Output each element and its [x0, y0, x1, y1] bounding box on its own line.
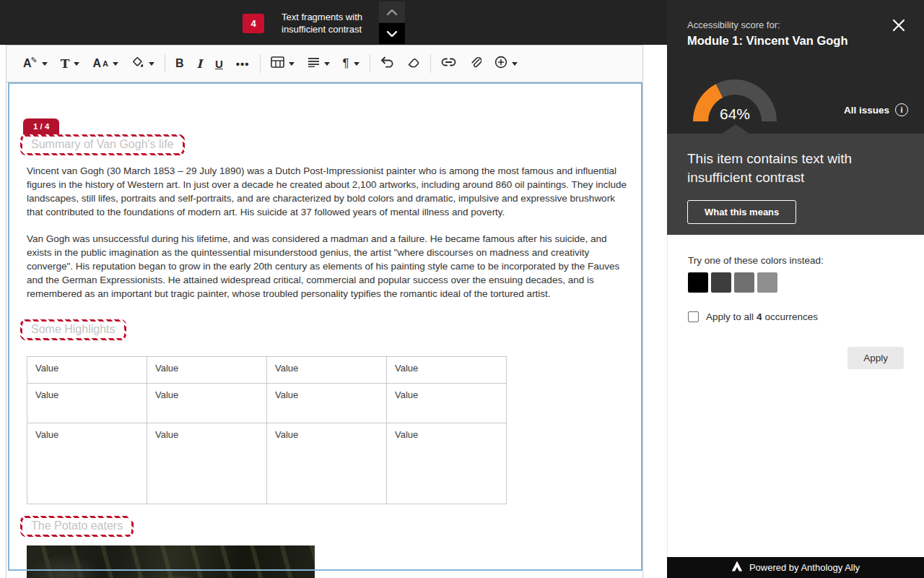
flagged-heading-summary[interactable]: Summary of Van Gogh's life	[20, 134, 185, 155]
info-icon[interactable]: i	[895, 103, 908, 116]
insert-link-button[interactable]	[435, 49, 463, 78]
font-size-button[interactable]: AA	[86, 49, 125, 78]
table-cell[interactable]: Value	[267, 384, 387, 423]
toolbar-separator	[260, 54, 261, 73]
close-icon	[892, 18, 906, 35]
panel-subtitle: Accessibility score for:	[687, 20, 780, 30]
undo-button[interactable]	[374, 49, 401, 78]
close-button[interactable]	[891, 19, 907, 35]
insert-content-button[interactable]	[488, 49, 524, 78]
eraser-icon	[407, 56, 420, 71]
editor-content[interactable]: 1 / 4 Summary of Van Gogh's life Vincent…	[9, 84, 640, 578]
bold-button[interactable]: B	[169, 49, 191, 78]
chevron-down-icon	[386, 27, 398, 40]
table-cell[interactable]: Value	[147, 423, 267, 504]
chevron-down-icon	[512, 62, 518, 66]
chevron-down-icon	[42, 62, 48, 66]
content-editor: A✎ T AA B I U •••	[6, 45, 643, 578]
issue-type-label: Text fragments with insufficient contras…	[282, 11, 362, 35]
table-cell[interactable]: Value	[27, 384, 147, 423]
accessibility-score-gauge: 64%	[693, 79, 777, 121]
remove-formatting-button[interactable]	[401, 49, 427, 78]
paragraph-button[interactable]: ¶	[336, 49, 366, 78]
color-swatch-dark-gray[interactable]	[711, 272, 731, 293]
score-section: Accessibility score for: Module 1: Vince…	[667, 0, 924, 134]
align-left-icon	[308, 57, 320, 70]
table-cell[interactable]: Value	[387, 357, 507, 384]
potato-eaters-image[interactable]	[27, 545, 315, 578]
anthology-logo-icon	[731, 561, 743, 574]
previous-occurrence-button[interactable]	[379, 1, 405, 22]
next-occurrence-button[interactable]	[379, 23, 405, 44]
table-button[interactable]	[264, 49, 301, 78]
color-swatches	[688, 272, 777, 293]
chevron-down-icon	[113, 62, 118, 66]
apply-all-label: Apply to all4occurrences	[706, 311, 818, 322]
link-icon	[441, 57, 456, 70]
occurrence-counter-badge: 1 / 4	[23, 118, 59, 134]
table-cell[interactable]: Value	[267, 423, 387, 504]
paint-bucket-icon	[131, 56, 144, 72]
issue-message-section: This item contains text with insufficien…	[667, 134, 924, 235]
italic-button[interactable]: I	[191, 49, 209, 78]
chevron-down-icon	[354, 62, 359, 66]
table-row: Value Value Value Value	[27, 384, 507, 423]
table-cell[interactable]: Value	[267, 357, 387, 384]
table-cell[interactable]: Value	[387, 423, 507, 504]
ally-feedback-panel: Accessibility score for: Module 1: Vince…	[667, 0, 924, 578]
toolbar-separator	[165, 54, 165, 73]
highlight-color-button[interactable]	[125, 49, 161, 78]
paperclip-icon	[469, 56, 481, 72]
more-formatting-button[interactable]: •••	[230, 49, 256, 78]
toolbar-separator	[430, 54, 431, 73]
issue-message: This item contains text with insufficien…	[667, 134, 889, 187]
table-cell[interactable]: Value	[147, 357, 267, 384]
underline-button[interactable]: U	[209, 49, 230, 78]
score-value: 64%	[693, 105, 777, 121]
issue-navigation-banner: 4 Text fragments with insufficient contr…	[0, 0, 667, 45]
chevron-up-icon	[386, 6, 398, 19]
undo-icon	[380, 56, 394, 71]
align-button[interactable]	[301, 49, 336, 78]
occurrence-nav	[379, 1, 405, 44]
footer-text: Powered by Anthology Ally	[749, 562, 860, 573]
flagged-heading-potato-eaters[interactable]: The Potato eaters	[20, 516, 134, 537]
panel-title: Module 1: Vincent Van Gogh	[687, 34, 847, 48]
table-cell[interactable]: Value	[147, 384, 267, 423]
table-row: Value Value Value Value	[27, 423, 507, 504]
content-table: Value Value Value Value Value Value Valu…	[27, 356, 507, 504]
editor-toolbar: A✎ T AA B I U •••	[6, 46, 642, 82]
apply-all-checkbox[interactable]	[688, 311, 699, 322]
chevron-down-icon	[289, 62, 295, 66]
pencil-icon: ✎	[31, 56, 38, 65]
all-issues-link[interactable]: All issues i	[844, 103, 908, 116]
table-row: Value Value Value Value	[27, 357, 507, 384]
table-cell[interactable]: Value	[27, 423, 147, 504]
color-swatch-black[interactable]	[688, 272, 708, 293]
table-cell[interactable]: Value	[387, 384, 507, 423]
color-swatch-light-gray[interactable]	[757, 272, 777, 293]
chevron-down-icon	[74, 62, 79, 66]
ally-accessibility-screen: 4 Text fragments with insufficient contr…	[0, 0, 924, 578]
attach-file-button[interactable]	[463, 49, 488, 78]
issue-count-badge: 4	[243, 14, 264, 33]
plus-circle-icon	[494, 56, 507, 72]
apply-all-row[interactable]: Apply to all4occurrences	[688, 311, 818, 322]
color-swatch-gray[interactable]	[734, 272, 754, 293]
table-cell[interactable]: Value	[27, 357, 147, 384]
remediation-section: Try one of these colors instead: Apply t…	[667, 235, 924, 557]
color-suggestion-label: Try one of these colors instead:	[688, 255, 824, 266]
flagged-heading-highlights[interactable]: Some Highlights	[20, 319, 126, 340]
what-this-means-button[interactable]: What this means	[687, 200, 796, 224]
paragraph-van-gogh-summary[interactable]: Vincent van Gogh (30 March 1853 – 29 Jul…	[27, 164, 628, 219]
table-icon	[271, 56, 284, 71]
apply-button[interactable]: Apply	[847, 347, 904, 369]
toolbar-separator	[370, 54, 370, 73]
text-color-button[interactable]: A✎	[17, 49, 54, 78]
ally-footer: Powered by Anthology Ally	[667, 557, 924, 578]
paragraph-van-gogh-legacy[interactable]: Van Gogh was unsuccessful during his lif…	[27, 232, 628, 301]
text-style-button[interactable]: T	[54, 49, 87, 78]
chevron-down-icon	[324, 62, 330, 66]
chevron-down-icon	[149, 62, 154, 66]
